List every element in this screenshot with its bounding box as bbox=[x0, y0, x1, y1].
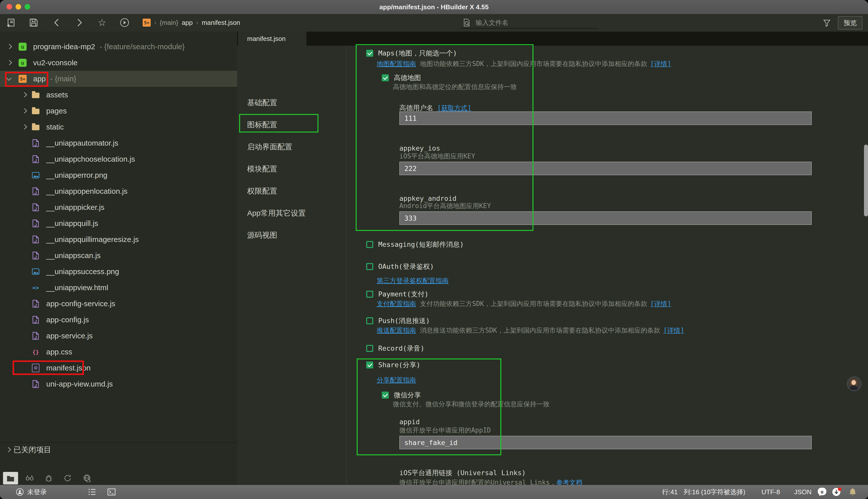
breadcrumb-branch[interactable]: {main} bbox=[160, 19, 178, 27]
config-nav-基础配置[interactable]: 基础配置 bbox=[247, 98, 277, 108]
syntax-indicator[interactable]: JSON bbox=[794, 485, 811, 499]
login-status[interactable]: 未登录 bbox=[16, 485, 47, 499]
maps-checkbox[interactable] bbox=[366, 50, 373, 57]
feedback-icon[interactable]: u bbox=[817, 485, 827, 499]
tree-item-manifest.json[interactable]: ⚙manifest.json bbox=[0, 360, 237, 376]
tree-item-__uniappautomator.js[interactable]: __uniappautomator.js bbox=[0, 135, 237, 151]
save-icon[interactable] bbox=[29, 17, 39, 28]
tree-item-app[interactable]: 5+app- {main} bbox=[0, 71, 237, 87]
notification-bell-icon[interactable] bbox=[849, 485, 856, 499]
form-scrollbar[interactable] bbox=[864, 145, 868, 216]
maximize-window-button[interactable] bbox=[25, 4, 30, 10]
appkey-android-input[interactable]: 333 bbox=[399, 211, 812, 225]
tab-search-icon[interactable] bbox=[22, 472, 37, 485]
tab-debug-icon[interactable] bbox=[41, 472, 56, 485]
config-nav-图标配置[interactable]: 图标配置 bbox=[247, 120, 277, 130]
tree-item-app-config-service.js[interactable]: app-config-service.js bbox=[0, 296, 237, 312]
file-search-box[interactable] bbox=[460, 17, 598, 28]
universal-links-doc-link[interactable]: 参考文档 bbox=[556, 478, 582, 485]
appkey-ios-input[interactable]: 222 bbox=[399, 162, 812, 175]
tree-item-__uniappquill.js[interactable]: __uniappquill.js bbox=[0, 215, 237, 231]
tree-item-uni-app-view.umd.js[interactable]: uni-app-view.umd.js bbox=[0, 376, 237, 392]
wechat-share-checkbox[interactable] bbox=[382, 392, 389, 399]
tree-item-app.css[interactable]: {}app.css bbox=[0, 344, 237, 360]
tab-cloud-icon[interactable] bbox=[80, 472, 94, 485]
tree-item-static[interactable]: static bbox=[0, 119, 237, 135]
encoding-indicator[interactable]: UTF-8 bbox=[761, 485, 780, 499]
closed-projects-row[interactable]: 已关闭项目 bbox=[0, 442, 237, 457]
config-nav-权限配置[interactable]: 权限配置 bbox=[247, 186, 277, 196]
tree-item-__uniappquillimageresize.js[interactable]: __uniappquillimageresize.js bbox=[0, 231, 237, 247]
tree-item-program-idea-mp2[interactable]: uprogram-idea-mp2- {feature/search-modul… bbox=[0, 39, 237, 55]
outline-icon[interactable] bbox=[88, 485, 96, 499]
payment-guide-link[interactable]: 支付配置指南 bbox=[377, 300, 416, 308]
maps-detail-link[interactable]: [详情] bbox=[650, 60, 671, 68]
tree-item-__uniapppicker.js[interactable]: __uniapppicker.js bbox=[0, 199, 237, 215]
config-nav-源码视图[interactable]: 源码视图 bbox=[247, 230, 277, 240]
chevron-placeholder bbox=[21, 156, 28, 163]
js-file-icon bbox=[33, 187, 39, 195]
image-file-icon bbox=[32, 172, 39, 179]
config-nav-App常用其它设置[interactable]: App常用其它设置 bbox=[247, 208, 306, 218]
run-icon[interactable] bbox=[120, 17, 130, 28]
config-nav-模块配置[interactable]: 模块配置 bbox=[247, 164, 277, 174]
share-checkbox[interactable] bbox=[366, 362, 373, 368]
star-icon[interactable]: ☆ bbox=[97, 17, 107, 28]
share-guide-link[interactable]: 分享配置指南 bbox=[377, 376, 416, 385]
tree-item-__uniappsuccess.png[interactable]: __uniappsuccess.png bbox=[0, 264, 237, 280]
terminal-icon[interactable] bbox=[108, 485, 116, 499]
tree-item-app-service.js[interactable]: app-service.js bbox=[0, 328, 237, 344]
file-search-icon bbox=[463, 19, 471, 27]
js-file-icon bbox=[33, 203, 39, 211]
update-icon[interactable] bbox=[832, 485, 842, 499]
minimize-window-button[interactable] bbox=[15, 4, 21, 10]
tree-item-__uniapperror.png[interactable]: __uniapperror.png bbox=[0, 167, 237, 183]
tree-item-assets[interactable]: assets bbox=[0, 87, 237, 103]
maps-guide-link[interactable]: 地图配置指南 bbox=[377, 60, 416, 68]
oauth-guide-link[interactable]: 第三方登录鉴权配置指南 bbox=[377, 276, 448, 285]
tree-item-__uniappchooselocation.js[interactable]: __uniappchooselocation.js bbox=[0, 151, 237, 167]
cursor-line[interactable]: 行:41 bbox=[662, 485, 678, 499]
amap-username-howto-link[interactable]: [获取方式] bbox=[437, 104, 471, 112]
preview-button[interactable]: 预览 bbox=[838, 16, 863, 29]
close-window-button[interactable] bbox=[7, 4, 12, 10]
window-title: app/manifest.json - HBuilder X 4.55 bbox=[379, 3, 489, 11]
record-checkbox[interactable] bbox=[366, 345, 373, 352]
tree-item-__uniappview.html[interactable]: <>__uniappview.html bbox=[0, 280, 237, 296]
tree-item-vu2-vconsole[interactable]: uvu2-vconsole bbox=[0, 55, 237, 71]
wechat-share-row: 微信分享 bbox=[382, 390, 421, 400]
filter-icon[interactable] bbox=[822, 18, 832, 28]
tree-item-app-config.js[interactable]: app-config.js bbox=[0, 312, 237, 328]
uniapp-project-icon: u bbox=[19, 43, 27, 51]
share-appid-label: appid bbox=[399, 418, 420, 426]
payment-checkbox[interactable] bbox=[366, 291, 373, 298]
tree-item-pages[interactable]: pages bbox=[0, 103, 237, 119]
tab-sync-icon[interactable] bbox=[60, 472, 75, 485]
push-guide-link[interactable]: 推送配置指南 bbox=[377, 326, 416, 335]
breadcrumb-project[interactable]: app bbox=[182, 19, 193, 27]
amap-checkbox[interactable] bbox=[382, 74, 389, 81]
share-appid-input[interactable]: share_fake_id bbox=[399, 436, 812, 449]
amap-username-input[interactable]: 111 bbox=[399, 111, 812, 125]
breadcrumb-file[interactable]: manifest.json bbox=[202, 19, 240, 27]
chevron-placeholder bbox=[21, 380, 28, 388]
tree-item-__uniappopenlocation.js[interactable]: __uniappopenlocation.js bbox=[0, 183, 237, 199]
chevron-right-icon bbox=[4, 446, 12, 453]
share-label: Share(分享) bbox=[378, 361, 420, 369]
payment-detail-link[interactable]: [详情] bbox=[650, 300, 671, 308]
messaging-checkbox[interactable] bbox=[366, 241, 373, 248]
back-icon[interactable] bbox=[52, 17, 62, 28]
chevron-placeholder bbox=[21, 139, 28, 147]
forward-icon[interactable] bbox=[74, 17, 84, 28]
push-detail-link[interactable]: [详情] bbox=[663, 326, 684, 335]
assistant-avatar[interactable] bbox=[847, 377, 861, 391]
config-nav-启动界面配置[interactable]: 启动界面配置 bbox=[247, 142, 292, 152]
push-checkbox[interactable] bbox=[366, 317, 373, 324]
tab-files-icon[interactable] bbox=[3, 472, 18, 485]
oauth-checkbox[interactable] bbox=[366, 263, 373, 270]
tree-item-__uniappscan.js[interactable]: __uniappscan.js bbox=[0, 247, 237, 264]
tab-manifest-json[interactable]: manifest.json bbox=[238, 32, 306, 46]
cursor-column[interactable]: 列:16 (10字符被选择) bbox=[684, 485, 745, 499]
new-project-icon[interactable] bbox=[5, 17, 15, 28]
search-input[interactable] bbox=[475, 18, 577, 27]
